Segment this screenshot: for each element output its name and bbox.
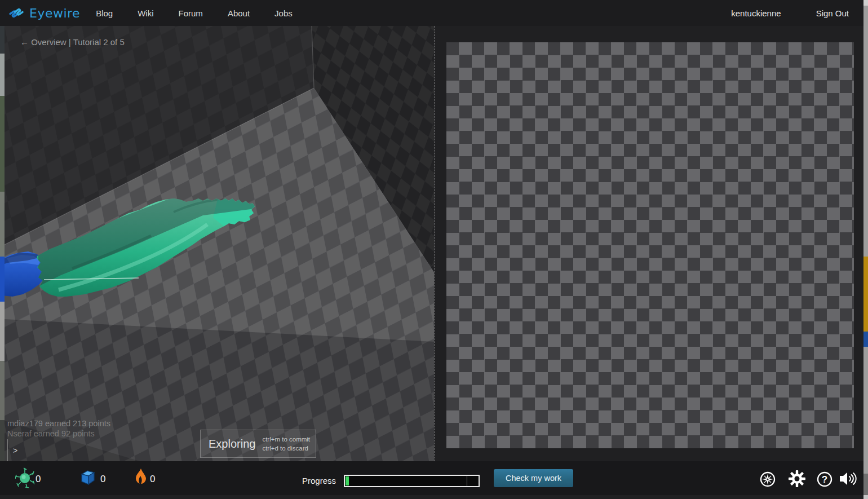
eyewire-logo[interactable]: Eyewire <box>8 5 80 21</box>
top-navbar: Eyewire Blog Wiki Forum About Jobs kentu… <box>0 0 863 26</box>
mode-hints: ctrl+m to commit ctrl+d to discard <box>262 435 310 453</box>
breadcrumb[interactable]: ← Overview | Tutorial 2 of 5 <box>20 37 125 47</box>
nav-link-jobs[interactable]: Jobs <box>274 8 293 18</box>
activity-feed-line: mdiaz179 earned 213 points <box>7 419 110 428</box>
nav-link-about[interactable]: About <box>228 8 250 18</box>
volume-icon[interactable] <box>839 471 857 487</box>
progress-fill <box>346 476 349 485</box>
cell-icon[interactable] <box>15 467 34 489</box>
flame-icon[interactable] <box>134 468 147 486</box>
progress-marker <box>467 476 467 486</box>
help-icon[interactable]: ? <box>816 471 833 488</box>
chat-expand-button[interactable]: > <box>7 439 23 461</box>
check-my-work-button[interactable]: Check my work <box>494 469 573 487</box>
eyewire-logo-icon <box>8 5 25 21</box>
2d-slice-panel[interactable] <box>446 42 854 448</box>
progress-bar <box>344 475 480 487</box>
cubes-count: 0 <box>100 474 105 485</box>
nav-links: Blog Wiki Forum About Jobs <box>96 8 293 18</box>
recenter-icon[interactable] <box>759 471 776 488</box>
nav-user-area: kentuckienne Sign Out <box>731 8 849 18</box>
hint-discard: ctrl+d to discard <box>262 444 310 453</box>
panel-divider <box>434 26 435 461</box>
progress-label: Progress <box>302 476 336 485</box>
3d-scene <box>5 26 434 461</box>
3d-viewport[interactable]: ← Overview | Tutorial 2 of 5 mdiaz179 ea… <box>5 26 434 461</box>
cells-count: 0 <box>36 474 41 485</box>
background-page-scrollbar[interactable] <box>863 0 868 499</box>
sign-out-link[interactable]: Sign Out <box>816 8 849 18</box>
flames-count: 0 <box>150 474 155 485</box>
mode-indicator: Exploring ctrl+m to commit ctrl+d to dis… <box>200 430 316 458</box>
username-link[interactable]: kentuckienne <box>731 8 781 18</box>
settings-icon[interactable] <box>788 470 806 488</box>
cube-icon[interactable] <box>80 469 96 486</box>
status-bar: 0 0 0 Progress Check my work <box>0 461 863 495</box>
svg-text:?: ? <box>822 474 827 485</box>
brand-name: Eyewire <box>29 6 80 20</box>
nav-link-forum[interactable]: Forum <box>179 8 203 18</box>
nav-link-wiki[interactable]: Wiki <box>138 8 153 18</box>
nav-link-blog[interactable]: Blog <box>96 8 113 18</box>
activity-feed-line: Nseraf earned 92 points <box>7 429 95 438</box>
eyewire-app: Eyewire Blog Wiki Forum About Jobs kentu… <box>0 0 868 499</box>
mode-label: Exploring <box>209 438 255 451</box>
hint-commit: ctrl+m to commit <box>262 435 310 444</box>
